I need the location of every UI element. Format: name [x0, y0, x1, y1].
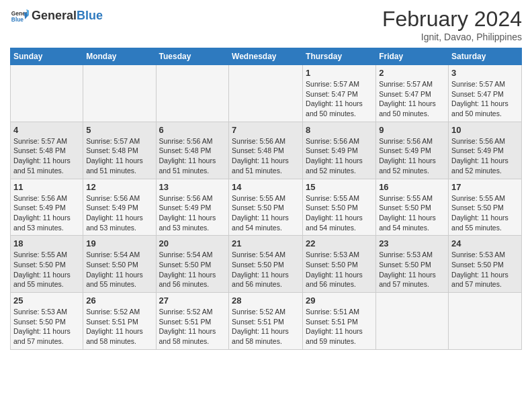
day-info: Sunrise: 5:56 AM Sunset: 5:49 PM Dayligh… [379, 136, 445, 176]
day-number: 2 [379, 68, 445, 78]
day-cell: 12Sunrise: 5:56 AM Sunset: 5:49 PM Dayli… [83, 179, 156, 236]
day-number: 27 [159, 295, 226, 306]
day-cell [376, 293, 449, 350]
day-info: Sunrise: 5:53 AM Sunset: 5:50 PM Dayligh… [306, 250, 373, 289]
day-info: Sunrise: 5:56 AM Sunset: 5:48 PM Dayligh… [159, 136, 226, 176]
day-number: 21 [232, 238, 300, 248]
day-cell: 6Sunrise: 5:56 AM Sunset: 5:48 PM Daylig… [156, 122, 229, 179]
logo-icon: General Blue [10, 7, 29, 26]
day-info: Sunrise: 5:55 AM Sunset: 5:50 PM Dayligh… [379, 193, 445, 233]
day-info: Sunrise: 5:53 AM Sunset: 5:50 PM Dayligh… [13, 307, 80, 347]
day-number: 11 [13, 182, 80, 192]
logo: General Blue GeneralBlue [10, 7, 103, 26]
day-number: 17 [451, 182, 519, 192]
column-header-wednesday: Wednesday [229, 48, 303, 65]
day-number: 3 [451, 68, 519, 78]
day-info: Sunrise: 5:52 AM Sunset: 5:51 PM Dayligh… [159, 307, 226, 347]
day-cell: 16Sunrise: 5:55 AM Sunset: 5:50 PM Dayli… [376, 179, 449, 236]
day-cell: 28Sunrise: 5:52 AM Sunset: 5:51 PM Dayli… [229, 293, 303, 350]
day-cell: 15Sunrise: 5:55 AM Sunset: 5:50 PM Dayli… [303, 179, 376, 236]
day-info: Sunrise: 5:54 AM Sunset: 5:50 PM Dayligh… [86, 250, 152, 289]
day-cell: 23Sunrise: 5:53 AM Sunset: 5:50 PM Dayli… [376, 236, 449, 293]
day-cell [83, 65, 156, 122]
day-cell: 9Sunrise: 5:56 AM Sunset: 5:49 PM Daylig… [376, 122, 449, 179]
day-info: Sunrise: 5:57 AM Sunset: 5:47 PM Dayligh… [451, 79, 519, 119]
day-number: 19 [86, 238, 152, 248]
day-cell: 22Sunrise: 5:53 AM Sunset: 5:50 PM Dayli… [303, 236, 376, 293]
day-number: 14 [232, 182, 300, 192]
week-row-1: 1Sunrise: 5:57 AM Sunset: 5:47 PM Daylig… [11, 65, 522, 122]
column-header-friday: Friday [376, 48, 449, 65]
day-info: Sunrise: 5:52 AM Sunset: 5:51 PM Dayligh… [86, 307, 152, 347]
day-number: 13 [159, 182, 226, 192]
day-number: 23 [379, 238, 445, 248]
day-number: 12 [86, 182, 152, 192]
day-number: 22 [306, 238, 373, 248]
page-header: General Blue GeneralBlue February 2024 I… [10, 7, 522, 42]
day-cell: 10Sunrise: 5:56 AM Sunset: 5:49 PM Dayli… [449, 122, 522, 179]
day-info: Sunrise: 5:56 AM Sunset: 5:49 PM Dayligh… [159, 193, 226, 233]
day-cell: 4Sunrise: 5:57 AM Sunset: 5:48 PM Daylig… [11, 122, 83, 179]
day-number: 18 [13, 238, 80, 248]
day-cell: 29Sunrise: 5:51 AM Sunset: 5:51 PM Dayli… [303, 293, 376, 350]
day-number: 1 [306, 68, 373, 78]
day-info: Sunrise: 5:55 AM Sunset: 5:50 PM Dayligh… [232, 193, 300, 233]
day-cell: 11Sunrise: 5:56 AM Sunset: 5:49 PM Dayli… [11, 179, 83, 236]
day-info: Sunrise: 5:57 AM Sunset: 5:47 PM Dayligh… [306, 79, 373, 119]
day-info: Sunrise: 5:52 AM Sunset: 5:51 PM Dayligh… [232, 307, 300, 347]
logo-blue: Blue [77, 9, 103, 22]
day-number: 5 [86, 125, 152, 135]
week-row-5: 25Sunrise: 5:53 AM Sunset: 5:50 PM Dayli… [11, 293, 522, 350]
day-cell: 13Sunrise: 5:56 AM Sunset: 5:49 PM Dayli… [156, 179, 229, 236]
day-number: 8 [306, 125, 373, 135]
day-cell: 17Sunrise: 5:55 AM Sunset: 5:50 PM Dayli… [449, 179, 522, 236]
day-number: 15 [306, 182, 373, 192]
week-row-4: 18Sunrise: 5:55 AM Sunset: 5:50 PM Dayli… [11, 236, 522, 293]
day-number: 16 [379, 182, 445, 192]
day-cell: 27Sunrise: 5:52 AM Sunset: 5:51 PM Dayli… [156, 293, 229, 350]
calendar-header-row: SundayMondayTuesdayWednesdayThursdayFrid… [11, 48, 522, 65]
day-cell: 19Sunrise: 5:54 AM Sunset: 5:50 PM Dayli… [83, 236, 156, 293]
day-cell [449, 293, 522, 350]
day-info: Sunrise: 5:55 AM Sunset: 5:50 PM Dayligh… [451, 193, 519, 233]
day-info: Sunrise: 5:54 AM Sunset: 5:50 PM Dayligh… [232, 250, 300, 289]
column-header-sunday: Sunday [11, 48, 83, 65]
day-info: Sunrise: 5:55 AM Sunset: 5:50 PM Dayligh… [13, 250, 80, 289]
day-number: 26 [86, 295, 152, 306]
week-row-2: 4Sunrise: 5:57 AM Sunset: 5:48 PM Daylig… [11, 122, 522, 179]
day-number: 20 [159, 238, 226, 248]
day-cell: 24Sunrise: 5:53 AM Sunset: 5:50 PM Dayli… [449, 236, 522, 293]
day-info: Sunrise: 5:54 AM Sunset: 5:50 PM Dayligh… [159, 250, 226, 289]
day-info: Sunrise: 5:57 AM Sunset: 5:48 PM Dayligh… [86, 136, 152, 176]
day-cell: 21Sunrise: 5:54 AM Sunset: 5:50 PM Dayli… [229, 236, 303, 293]
day-info: Sunrise: 5:56 AM Sunset: 5:48 PM Dayligh… [232, 136, 300, 176]
day-info: Sunrise: 5:56 AM Sunset: 5:49 PM Dayligh… [306, 136, 373, 176]
day-cell: 3Sunrise: 5:57 AM Sunset: 5:47 PM Daylig… [449, 65, 522, 122]
day-info: Sunrise: 5:53 AM Sunset: 5:50 PM Dayligh… [451, 250, 519, 289]
day-cell: 8Sunrise: 5:56 AM Sunset: 5:49 PM Daylig… [303, 122, 376, 179]
location: Ignit, Davao, Philippines [382, 32, 522, 42]
day-number: 29 [306, 295, 373, 306]
day-cell: 1Sunrise: 5:57 AM Sunset: 5:47 PM Daylig… [303, 65, 376, 122]
day-cell: 5Sunrise: 5:57 AM Sunset: 5:48 PM Daylig… [83, 122, 156, 179]
logo-general: General [32, 9, 77, 22]
day-info: Sunrise: 5:56 AM Sunset: 5:49 PM Dayligh… [13, 193, 80, 233]
day-number: 28 [232, 295, 300, 306]
day-number: 24 [451, 238, 519, 248]
column-header-monday: Monday [83, 48, 156, 65]
day-info: Sunrise: 5:56 AM Sunset: 5:49 PM Dayligh… [86, 193, 152, 233]
day-info: Sunrise: 5:53 AM Sunset: 5:50 PM Dayligh… [379, 250, 445, 289]
day-cell [11, 65, 83, 122]
month-title: February 2024 [382, 7, 522, 32]
day-cell: 26Sunrise: 5:52 AM Sunset: 5:51 PM Dayli… [83, 293, 156, 350]
day-info: Sunrise: 5:57 AM Sunset: 5:48 PM Dayligh… [13, 136, 80, 176]
week-row-3: 11Sunrise: 5:56 AM Sunset: 5:49 PM Dayli… [11, 179, 522, 236]
title-block: February 2024 Ignit, Davao, Philippines [382, 7, 522, 42]
day-cell [156, 65, 229, 122]
day-cell: 20Sunrise: 5:54 AM Sunset: 5:50 PM Dayli… [156, 236, 229, 293]
day-number: 7 [232, 125, 300, 135]
column-header-saturday: Saturday [449, 48, 522, 65]
column-header-tuesday: Tuesday [156, 48, 229, 65]
day-info: Sunrise: 5:56 AM Sunset: 5:49 PM Dayligh… [451, 136, 519, 176]
day-number: 25 [13, 295, 80, 306]
